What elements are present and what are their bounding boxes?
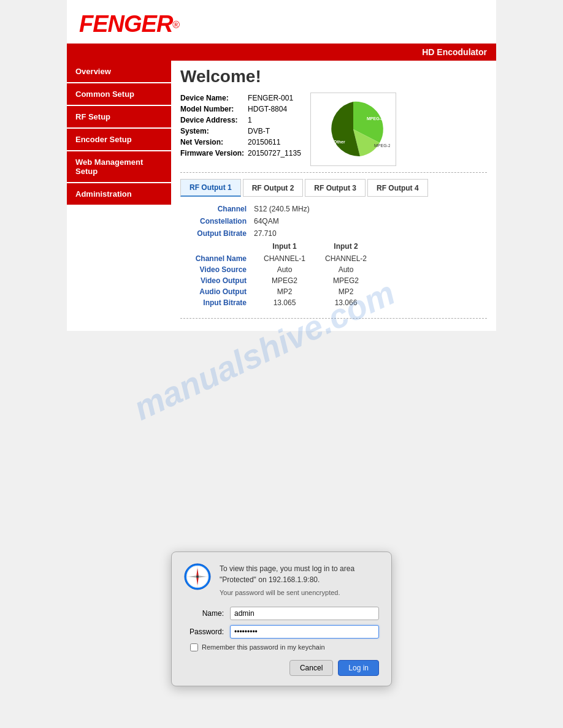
device-info-row: System:DVB-T (180, 126, 301, 137)
sidebar: Overview Common Setup RF Setup Encoder S… (67, 61, 171, 331)
tab-rf-output-4[interactable]: RF Output 4 (367, 179, 428, 197)
constellation-label: Constellation (180, 217, 254, 226)
info-chart-row: Device Name:FENGER-001Model Number:HDGT-… (180, 93, 487, 166)
dialog-note: Your password will be sent unencrypted. (220, 588, 354, 598)
login-dialog: To view this page, you must log in to ar… (171, 552, 392, 686)
row-input1: Auto (254, 265, 315, 274)
input-data-row: Channel Name CHANNEL-1 CHANNEL-2 (180, 253, 487, 264)
device-info: Device Name:FENGER-001Model Number:HDGT-… (180, 93, 301, 166)
sidebar-item-administration[interactable]: Administration (67, 183, 171, 205)
sidebar-item-web-management-setup[interactable]: Web Management Setup (67, 151, 171, 182)
device-info-row: Model Number:HDGT-8804 (180, 104, 301, 115)
input2-header: Input 2 (315, 242, 377, 251)
row-input2: 13.066 (315, 298, 377, 307)
svg-point-10 (196, 575, 199, 578)
safari-icon (184, 563, 211, 590)
device-info-row: Net Version:20150611 (180, 137, 301, 148)
row-input2: CHANNEL-2 (315, 254, 377, 263)
field-value: 1 (248, 115, 301, 126)
field-value: 20150727_1135 (248, 148, 301, 159)
name-input[interactable] (230, 607, 379, 620)
row-input2: MP2 (315, 287, 377, 296)
dialog-form: Name: Password: Remember this password i… (184, 607, 379, 676)
field-value: DVB-T (248, 126, 301, 137)
device-info-row: Device Name:FENGER-001 (180, 93, 301, 104)
row-input1: 13.065 (254, 298, 315, 307)
svg-text:Other: Other (334, 140, 345, 144)
welcome-title: Welcome! (180, 67, 487, 86)
input-data-row: Input Bitrate 13.065 13.066 (180, 297, 487, 308)
separator (180, 172, 487, 173)
separator-bottom (180, 318, 487, 319)
field-label: Device Name: (180, 93, 248, 104)
logo-area: FENGER® (67, 0, 496, 44)
input-data-row: Video Output MPEG2 MPEG2 (180, 275, 487, 286)
tabs-row: RF Output 1 RF Output 2 RF Output 3 RF O… (180, 179, 487, 197)
dialog-header: To view this page, you must log in to ar… (184, 563, 379, 598)
login-button[interactable]: Log in (338, 660, 379, 676)
channel-value: S12 (240.5 MHz) (254, 205, 310, 213)
remember-label: Remember this password in my keychain (202, 643, 325, 651)
row-label: Audio Output (180, 287, 254, 296)
dialog-buttons: Cancel Log in (184, 660, 379, 676)
constellation-row: Constellation 64QAM (180, 215, 487, 227)
field-value: 20150611 (248, 137, 301, 148)
remember-checkbox[interactable] (190, 643, 198, 651)
row-input1: CHANNEL-1 (254, 254, 315, 263)
dialog-message: To view this page, you must log in to ar… (220, 563, 354, 598)
row-label: Input Bitrate (180, 298, 254, 307)
input-header-row: Input 1 Input 2 (180, 240, 487, 253)
dialog-message-line1: To view this page, you must log in to ar… (220, 563, 354, 574)
row-label: Channel Name (180, 254, 254, 263)
sidebar-item-common-setup[interactable]: Common Setup (67, 83, 171, 105)
sidebar-item-overview[interactable]: Overview (67, 61, 171, 82)
password-label: Password: (184, 628, 230, 636)
sidebar-item-rf-setup[interactable]: RF Setup (67, 106, 171, 127)
field-label: Net Version: (180, 137, 248, 148)
field-value: HDGT-8804 (248, 104, 301, 115)
output-bitrate-row: Output Bitrate 27.710 (180, 227, 487, 240)
field-label: Model Number: (180, 104, 248, 115)
rf-output-table: Channel S12 (240.5 MHz) Constellation 64… (180, 203, 487, 308)
field-value: FENGER-001 (248, 93, 301, 104)
input-data-row: Video Source Auto Auto (180, 264, 487, 275)
tab-rf-output-2[interactable]: RF Output 2 (243, 179, 304, 197)
cancel-button[interactable]: Cancel (289, 660, 333, 676)
device-info-row: Firmware Version:20150727_1135 (180, 148, 301, 159)
pie-chart: MPEG-2 V MPEG-2 A Other (310, 93, 396, 166)
remember-row: Remember this password in my keychain (190, 643, 379, 651)
svg-text:MPEG-2 V: MPEG-2 V (367, 116, 388, 121)
name-row: Name: (184, 607, 379, 620)
constellation-value: 64QAM (254, 217, 279, 226)
name-label: Name: (184, 609, 230, 618)
device-info-row: Device Address:1 (180, 115, 301, 126)
header-title: HD Encodulator (422, 47, 487, 57)
password-input[interactable] (230, 625, 379, 639)
input1-header: Input 1 (254, 242, 315, 251)
output-bitrate-label: Output Bitrate (180, 229, 254, 238)
main-container: Overview Common Setup RF Setup Encoder S… (67, 61, 496, 331)
row-input1: MP2 (254, 287, 315, 296)
header-bar: HD Encodulator (67, 44, 496, 61)
input-data-row: Audio Output MP2 MP2 (180, 286, 487, 297)
tab-rf-output-1[interactable]: RF Output 1 (180, 179, 241, 197)
row-label: Video Output (180, 276, 254, 285)
channel-label: Channel (180, 205, 254, 213)
field-label: Firmware Version: (180, 148, 248, 159)
row-label: Video Source (180, 265, 254, 274)
brand-logo: FENGER (79, 11, 172, 37)
dialog-message-line2: "Protected" on 192.168.1.9:80. (220, 574, 354, 585)
tab-rf-output-3[interactable]: RF Output 3 (305, 179, 366, 197)
logo-reg: ® (172, 20, 180, 30)
row-input1: MPEG2 (254, 276, 315, 285)
row-input2: Auto (315, 265, 377, 274)
svg-text:MPEG-2 A: MPEG-2 A (374, 143, 390, 148)
row-input2: MPEG2 (315, 276, 377, 285)
sidebar-item-encoder-setup[interactable]: Encoder Setup (67, 129, 171, 150)
channel-row: Channel S12 (240.5 MHz) (180, 203, 487, 215)
password-row: Password: (184, 625, 379, 639)
field-label: Device Address: (180, 115, 248, 126)
output-bitrate-value: 27.710 (254, 229, 277, 238)
content-area: Welcome! Device Name:FENGER-001Model Num… (171, 61, 496, 331)
field-label: System: (180, 126, 248, 137)
